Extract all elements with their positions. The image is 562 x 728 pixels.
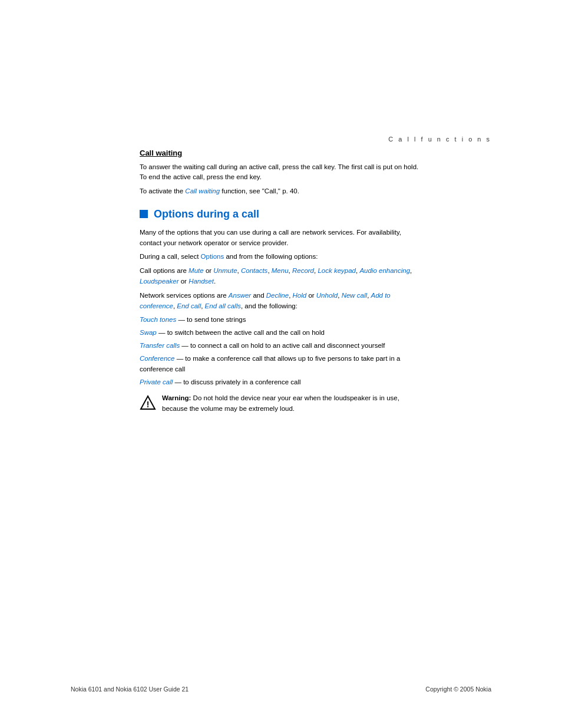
audio-enhancing-link[interactable]: Audio enhancing xyxy=(359,267,410,274)
network-services-para: Network services options are Answer and … xyxy=(140,291,422,312)
section-options-during-call: Options during a call Many of the option… xyxy=(140,208,422,417)
answer-link[interactable]: Answer xyxy=(229,292,251,299)
warning-icon: ! xyxy=(140,394,156,411)
options-heading-text: Options during a call xyxy=(154,208,259,220)
conference-line: Conference — to make a conference call t… xyxy=(140,354,422,375)
options-heading: Options during a call xyxy=(140,208,422,220)
network-prefix: Network services options are xyxy=(140,292,229,299)
page: C a l l f u n c t i o n s Call waiting T… xyxy=(0,0,562,728)
new-call-link[interactable]: New call xyxy=(342,292,367,299)
content-area: Call waiting To answer the waiting call … xyxy=(69,149,493,417)
unhold-link[interactable]: Unhold xyxy=(316,292,338,299)
options-para2: During a call, select Options and from t… xyxy=(140,252,422,262)
call-options-para: Call options are Mute or Unmute, Contact… xyxy=(140,266,422,287)
call-waiting-para1: To answer the waiting call during an act… xyxy=(140,162,422,183)
transfer-calls-link[interactable]: Transfer calls xyxy=(140,342,180,349)
warning-body: Do not hold the device near your ear whe… xyxy=(162,394,399,411)
swap-line: Swap — to switch between the active call… xyxy=(140,328,422,338)
call-waiting-link[interactable]: Call waiting xyxy=(185,187,220,195)
private-text: — to discuss privately in a conference c… xyxy=(173,378,300,386)
record-link[interactable]: Record xyxy=(292,267,314,274)
section-call-waiting: Call waiting To answer the waiting call … xyxy=(140,149,422,196)
page-footer: Nokia 6101 and Nokia 6102 User Guide 21 … xyxy=(0,686,562,693)
touch-tones-line: Touch tones — to send tone strings xyxy=(140,315,422,325)
private-call-line: Private call — to discuss privately in a… xyxy=(140,377,422,388)
network-suffix: , and the following: xyxy=(241,302,297,309)
svg-text:!: ! xyxy=(147,400,150,409)
page-header: C a l l f u n c t i o n s xyxy=(0,0,562,149)
conference-text: — to make a conference call that allows … xyxy=(140,355,400,373)
options-body: Many of the options that you can use dur… xyxy=(140,228,422,417)
footer-right: Copyright © 2005 Nokia xyxy=(425,686,491,693)
conference-link[interactable]: Conference xyxy=(140,355,174,362)
swap-text: — to switch between the active call and … xyxy=(157,329,325,336)
contacts-link[interactable]: Contacts xyxy=(241,267,267,274)
loudspeaker-link[interactable]: Loudspeaker xyxy=(140,278,179,285)
call-waiting-para2-suffix: function, see "Call," p. 40. xyxy=(220,187,299,195)
end-all-calls-link[interactable]: End all calls xyxy=(205,302,241,309)
mute-link[interactable]: Mute xyxy=(189,267,204,274)
decline-link[interactable]: Decline xyxy=(266,292,289,299)
touch-tones-text: — to send tone strings xyxy=(176,316,246,323)
blue-square-icon xyxy=(140,210,148,218)
warning-text: Warning: Do not hold the device near you… xyxy=(162,393,422,414)
menu-link[interactable]: Menu xyxy=(272,267,289,274)
call-options-prefix: Call options are xyxy=(140,267,189,274)
footer-left: Nokia 6101 and Nokia 6102 User Guide 21 xyxy=(71,686,189,693)
options-para2-prefix: During a call, select xyxy=(140,253,201,260)
options-para1: Many of the options that you can use dur… xyxy=(140,228,422,249)
section-label: C a l l f u n c t i o n s xyxy=(388,136,491,143)
call-waiting-para2-prefix: To activate the xyxy=(140,187,185,195)
warning-box: ! Warning: Do not hold the device near y… xyxy=(140,393,422,417)
end-call-link[interactable]: End call xyxy=(177,302,201,309)
hold-link[interactable]: Hold xyxy=(293,292,307,299)
transfer-text: — to connect a call on hold to an active… xyxy=(180,342,385,349)
options-link[interactable]: Options xyxy=(201,253,224,260)
transfer-calls-line: Transfer calls — to connect a call on ho… xyxy=(140,341,422,351)
call-waiting-title: Call waiting xyxy=(140,149,422,157)
private-call-link[interactable]: Private call xyxy=(140,378,173,386)
warning-label: Warning: xyxy=(162,394,191,401)
call-waiting-para2: To activate the Call waiting function, s… xyxy=(140,186,422,196)
swap-link[interactable]: Swap xyxy=(140,329,157,336)
touch-tones-link[interactable]: Touch tones xyxy=(140,316,176,323)
unmute-link[interactable]: Unmute xyxy=(213,267,237,274)
lock-keypad-link[interactable]: Lock keypad xyxy=(318,267,356,274)
handset-link[interactable]: Handset xyxy=(189,278,214,285)
options-para2-suffix: and from the following options: xyxy=(224,253,318,260)
